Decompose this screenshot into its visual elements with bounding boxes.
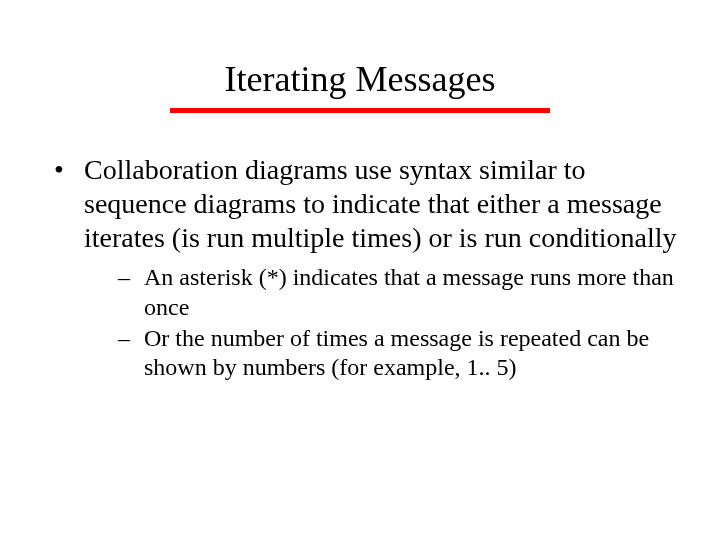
bullet-list: Collaboration diagrams use syntax simila… — [40, 153, 680, 383]
sub-bullet-list: An asterisk (*) indicates that a message… — [84, 263, 680, 382]
slide-title: Iterating Messages — [0, 0, 720, 100]
slide-body: Collaboration diagrams use syntax simila… — [0, 113, 720, 383]
sub-bullet-1: An asterisk (*) indicates that a message… — [84, 263, 680, 322]
slide: Iterating Messages Collaboration diagram… — [0, 0, 720, 540]
sub-bullet-2: Or the number of times a message is repe… — [84, 324, 680, 383]
bullet-main: Collaboration diagrams use syntax simila… — [40, 153, 680, 383]
bullet-main-text: Collaboration diagrams use syntax simila… — [84, 154, 677, 253]
